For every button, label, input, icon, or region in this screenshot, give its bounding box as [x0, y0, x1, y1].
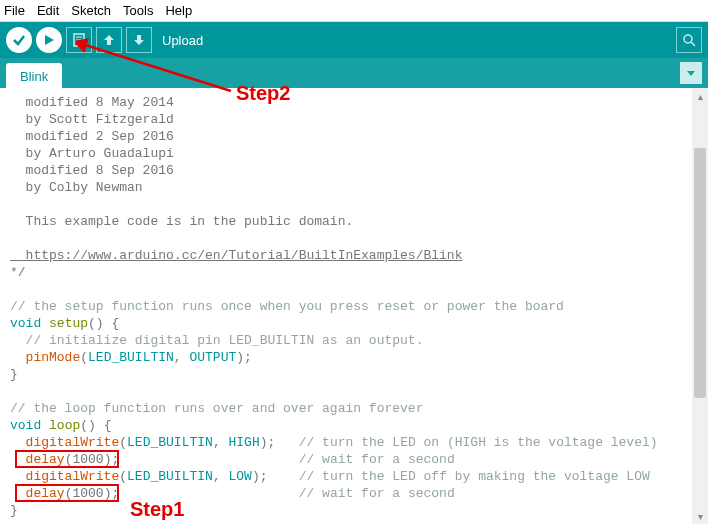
- svg-marker-5: [104, 35, 114, 45]
- save-sketch-button[interactable]: [126, 27, 152, 53]
- tab-blink[interactable]: Blink: [6, 63, 62, 88]
- vertical-scrollbar[interactable]: ▴ ▾: [692, 88, 708, 524]
- scroll-up-icon[interactable]: ▴: [692, 88, 708, 104]
- new-sketch-button[interactable]: [66, 27, 92, 53]
- tab-menu-button[interactable]: [680, 62, 702, 84]
- toolbar: Upload: [0, 22, 708, 58]
- scroll-thumb[interactable]: [694, 148, 706, 398]
- scroll-down-icon[interactable]: ▾: [692, 508, 708, 524]
- svg-point-7: [684, 35, 692, 43]
- editor-area: modified 8 May 2014 by Scott Fitzgerald …: [0, 88, 708, 524]
- toolbar-label: Upload: [162, 33, 203, 48]
- menu-tools[interactable]: Tools: [123, 3, 153, 18]
- tabbar: Blink: [0, 58, 708, 88]
- verify-button[interactable]: [6, 27, 32, 53]
- menu-sketch[interactable]: Sketch: [71, 3, 111, 18]
- menubar: File Edit Sketch Tools Help: [0, 0, 708, 22]
- serial-monitor-button[interactable]: [676, 27, 702, 53]
- open-sketch-button[interactable]: [96, 27, 122, 53]
- code-editor[interactable]: modified 8 May 2014 by Scott Fitzgerald …: [0, 88, 692, 524]
- svg-line-8: [691, 42, 695, 46]
- menu-edit[interactable]: Edit: [37, 3, 59, 18]
- svg-marker-9: [687, 71, 695, 76]
- svg-marker-6: [134, 35, 144, 45]
- upload-button[interactable]: [36, 27, 62, 53]
- svg-marker-0: [45, 35, 54, 45]
- menu-help[interactable]: Help: [165, 3, 192, 18]
- menu-file[interactable]: File: [4, 3, 25, 18]
